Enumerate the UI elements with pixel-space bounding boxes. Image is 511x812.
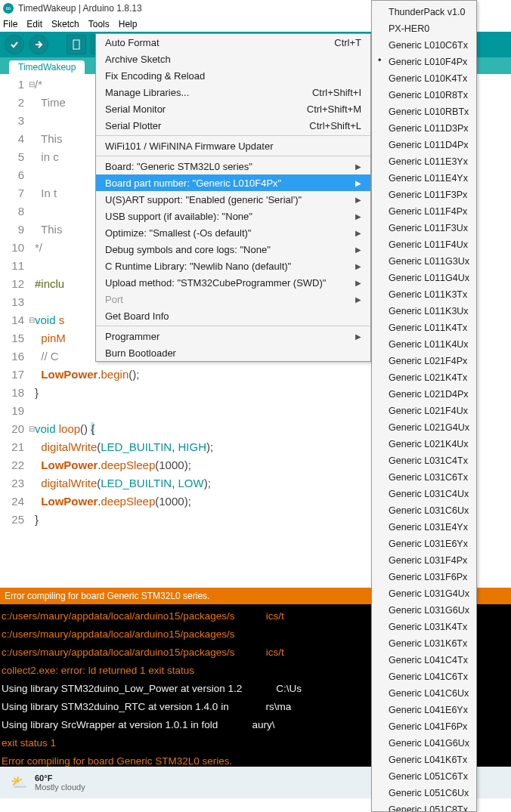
submenu-item[interactable]: Generic L011F3Px <box>372 187 476 203</box>
menu-item-label: Debug symbols and core logs: "None" <box>105 244 271 255</box>
new-button[interactable] <box>67 35 86 54</box>
submenu-item[interactable]: Generic L041G6Ux <box>372 735 476 752</box>
menu-item[interactable]: Fix Encoding & Reload <box>96 67 370 84</box>
menu-item[interactable]: Programmer▶ <box>96 328 370 344</box>
submenu-item[interactable]: Generic L010RBTx <box>372 103 476 120</box>
submenu-item[interactable]: Generic L031C4Tx <box>372 452 476 469</box>
submenu-item[interactable]: Generic L051C8Tx <box>372 801 476 812</box>
submenu-item[interactable]: Generic L010R8Tx <box>372 87 476 103</box>
submenu-item[interactable]: Generic L011D4Px <box>372 137 476 153</box>
submenu-item[interactable]: Generic L010F4Px <box>372 54 476 70</box>
submenu-item[interactable]: Generic L041C6Tx <box>372 668 476 685</box>
tab-sketch[interactable]: TimedWakeup <box>9 60 85 74</box>
submenu-item[interactable]: Generic L021G4Ux <box>372 419 476 436</box>
menu-item[interactable]: Serial PlotterCtrl+Shift+L <box>96 117 370 134</box>
submenu-item[interactable]: Generic L011K3Tx <box>372 286 476 303</box>
submenu-item[interactable]: Generic L031C6Tx <box>372 469 476 486</box>
menu-item[interactable]: Burn Bootloader <box>96 344 370 361</box>
submenu-item[interactable]: Generic L031F6Px <box>372 569 476 585</box>
submenu-item[interactable]: Generic L011D3Px <box>372 120 476 137</box>
submenu-item[interactable]: Generic L051C6Tx <box>372 768 476 785</box>
menu-item[interactable]: C Runtime Library: "Newlib Nano (default… <box>96 258 370 274</box>
submenu-item[interactable]: Generic L041C4Tx <box>372 652 476 668</box>
menu-file[interactable]: File <box>3 19 17 29</box>
submenu-item[interactable]: Generic L011F4Px <box>372 203 476 220</box>
menu-item-label: Programmer <box>105 331 159 342</box>
submenu-item[interactable]: PX-HER0 <box>372 20 476 37</box>
submenu-item[interactable]: Generic L041K6Tx <box>372 752 476 768</box>
menu-help[interactable]: Help <box>119 19 138 29</box>
fold-marker <box>29 275 35 293</box>
submenu-item[interactable]: Generic L041E6Yx <box>372 702 476 718</box>
weather-widget[interactable]: 60°F Mostly cloudy <box>35 773 85 792</box>
submenu-item[interactable]: Generic L031C6Ux <box>372 502 476 519</box>
menu-item[interactable]: Optimize: "Smallest (-Os default)"▶ <box>96 224 370 241</box>
submenu-item[interactable]: Generic L051C6Ux <box>372 785 476 801</box>
fold-marker[interactable]: ⊟ <box>29 311 35 329</box>
submenu-item-label: Generic L031K4Tx <box>389 622 467 632</box>
submenu-item-label: Generic L011G4Ux <box>389 273 469 283</box>
menu-item[interactable]: Debug symbols and core logs: "None"▶ <box>96 241 370 258</box>
submenu-item[interactable]: Generic L011E3Yx <box>372 153 476 170</box>
menu-item[interactable]: Manage Libraries...Ctrl+Shift+I <box>96 84 370 100</box>
submenu-item[interactable]: Generic L011F4Ux <box>372 236 476 253</box>
fold-marker[interactable]: ⊟ <box>29 76 35 94</box>
submenu-item[interactable]: Generic L021F4Px <box>372 353 476 369</box>
verify-button[interactable] <box>5 35 24 54</box>
submenu-item[interactable]: Generic L011K3Ux <box>372 303 476 320</box>
menu-item[interactable]: Upload method: "STM32CubeProgrammer (SWD… <box>96 274 370 291</box>
menu-item[interactable]: Serial MonitorCtrl+Shift+M <box>96 100 370 117</box>
line-number: 3 <box>0 112 24 130</box>
submenu-item-label: Generic L021D4Px <box>389 389 469 400</box>
status-text: Error compiling for board Generic STM32L… <box>5 591 209 601</box>
submenu-item-label: Generic L041K6Tx <box>389 755 467 765</box>
submenu-item[interactable]: Generic L011F3Ux <box>372 220 476 236</box>
menu-item[interactable]: Archive Sketch <box>96 51 370 67</box>
menu-item[interactable]: U(S)ART support: "Enabled (generic 'Seri… <box>96 191 370 208</box>
line-number: 6 <box>0 166 24 184</box>
menu-sketch[interactable]: Sketch <box>51 19 79 29</box>
submenu-item-label: Generic L041F6Px <box>389 721 467 732</box>
submenu-item[interactable]: Generic L011K4Ux <box>372 336 476 353</box>
fold-marker <box>29 402 35 420</box>
submenu-item[interactable]: Generic L011G3Ux <box>372 253 476 270</box>
menu-tools[interactable]: Tools <box>88 19 110 29</box>
submenu-item[interactable]: ThunderPack v1.0 <box>372 4 476 20</box>
submenu-item[interactable]: Generic L011E4Yx <box>372 170 476 187</box>
fold-marker[interactable]: ⊟ <box>29 420 35 438</box>
submenu-item[interactable]: Generic L021K4Tx <box>372 369 476 386</box>
submenu-item-label: Generic L021F4Ux <box>389 406 468 416</box>
submenu-item[interactable]: Generic L031E4Yx <box>372 519 476 536</box>
submenu-item[interactable]: Generic L031E6Yx <box>372 536 476 552</box>
submenu-item[interactable]: Generic L021K4Ux <box>372 436 476 452</box>
fold-marker <box>29 148 35 166</box>
line-number: 21 <box>0 438 24 456</box>
submenu-item[interactable]: Generic L031G6Ux <box>372 602 476 619</box>
menu-item[interactable]: Auto FormatCtrl+T <box>96 34 370 51</box>
submenu-item[interactable]: Generic L031K4Tx <box>372 619 476 635</box>
submenu-item-label: Generic L010RBTx <box>389 107 469 117</box>
submenu-item-label: Generic L031E4Yx <box>389 522 468 533</box>
upload-button[interactable] <box>29 35 48 54</box>
submenu-item[interactable]: Generic L031C4Ux <box>372 486 476 502</box>
submenu-item-label: Generic L011F3Ux <box>389 223 468 233</box>
submenu-item[interactable]: Generic L010C6Tx <box>372 37 476 54</box>
submenu-item[interactable]: Generic L011G4Ux <box>372 270 476 286</box>
submenu-item[interactable]: Generic L031F4Px <box>372 552 476 569</box>
menu-item[interactable]: USB support (if available): "None"▶ <box>96 208 370 224</box>
line-number: 1 <box>0 76 24 94</box>
menu-edit[interactable]: Edit <box>26 19 42 29</box>
submenu-item[interactable]: Generic L021F4Ux <box>372 403 476 419</box>
menu-item[interactable]: Board part number: "Generic L010F4Px"▶ <box>96 174 370 191</box>
submenu-item[interactable]: Generic L021D4Px <box>372 386 476 403</box>
submenu-item[interactable]: Generic L031K6Tx <box>372 635 476 652</box>
submenu-item[interactable]: Generic L011K4Tx <box>372 320 476 336</box>
submenu-item[interactable]: Generic L031G4Ux <box>372 585 476 602</box>
submenu-item[interactable]: Generic L010K4Tx <box>372 70 476 87</box>
menu-item[interactable]: WiFi101 / WiFiNINA Firmware Updater <box>96 137 370 154</box>
submenu-item[interactable]: Generic L041F6Px <box>372 718 476 735</box>
menu-item[interactable]: Board: "Generic STM32L0 series"▶ <box>96 158 370 174</box>
menu-item[interactable]: Get Board Info <box>96 307 370 324</box>
submenu-item[interactable]: Generic L041C6Ux <box>372 685 476 702</box>
line-number: 14 <box>0 311 24 329</box>
